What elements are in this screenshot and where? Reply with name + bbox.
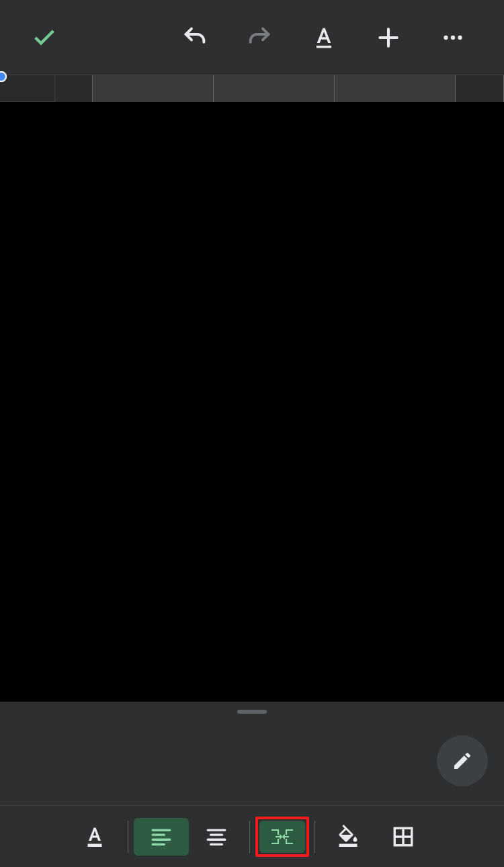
- grid-body[interactable]: [0, 102, 504, 702]
- merge-cells-icon: [270, 827, 294, 847]
- pencil-icon: [452, 750, 473, 772]
- borders-button[interactable]: [376, 818, 431, 856]
- drag-handle[interactable]: [237, 710, 267, 714]
- borders-icon: [392, 825, 415, 848]
- bold-button[interactable]: [12, 818, 67, 856]
- column-header-C[interactable]: [214, 75, 335, 102]
- column-header-D[interactable]: [335, 75, 456, 102]
- undo-button[interactable]: [163, 5, 227, 70]
- insert-button[interactable]: [356, 5, 421, 70]
- svg-rect-5: [339, 843, 358, 847]
- top-toolbar: [0, 0, 504, 75]
- svg-rect-4: [88, 843, 102, 847]
- align-center-icon: [205, 825, 228, 848]
- more-button[interactable]: [421, 5, 485, 70]
- merge-cells-button[interactable]: [259, 821, 305, 853]
- align-left-icon: [150, 825, 173, 848]
- fill-color-icon: [336, 825, 360, 849]
- align-center-button[interactable]: [189, 818, 244, 856]
- align-left-button[interactable]: [134, 818, 189, 856]
- text-format-icon: [311, 25, 337, 50]
- check-icon: [31, 24, 58, 51]
- svg-rect-0: [317, 45, 331, 47]
- text-color-button[interactable]: [67, 818, 122, 856]
- column-header-A[interactable]: [55, 75, 93, 102]
- svg-point-3: [458, 35, 462, 39]
- text-color-icon: [83, 825, 107, 849]
- svg-point-2: [451, 35, 455, 39]
- text-format-button[interactable]: [292, 5, 356, 70]
- svg-point-1: [444, 35, 448, 39]
- separator: [128, 821, 128, 853]
- separator: [314, 821, 315, 853]
- column-headers: [0, 75, 504, 102]
- fill-color-button[interactable]: [321, 818, 376, 856]
- plus-icon: [376, 25, 401, 50]
- column-header-B[interactable]: [93, 75, 214, 102]
- confirm-button[interactable]: [24, 5, 65, 70]
- edit-button[interactable]: [437, 735, 488, 786]
- merge-highlight: [255, 817, 309, 857]
- bottom-panel: [0, 702, 504, 867]
- spreadsheet: [0, 75, 504, 702]
- redo-button[interactable]: [227, 5, 292, 70]
- formula-bar: [0, 730, 504, 805]
- separator: [249, 821, 250, 853]
- undo-icon: [181, 24, 208, 51]
- column-header-E[interactable]: [456, 75, 504, 102]
- select-all-corner[interactable]: [0, 75, 55, 102]
- more-icon: [441, 26, 465, 50]
- redo-icon: [246, 24, 273, 51]
- format-toolbar: [0, 805, 504, 867]
